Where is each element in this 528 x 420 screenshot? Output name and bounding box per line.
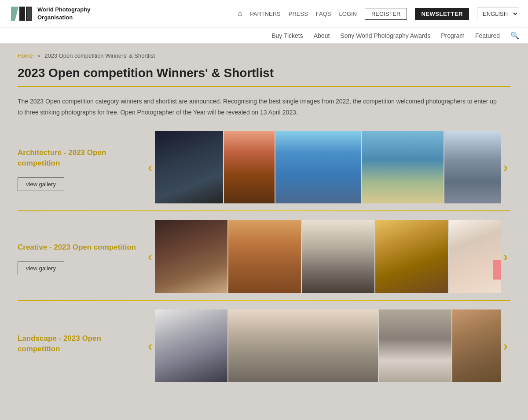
gallery-row-architecture: Architecture - 2023 Open competition vie… <box>18 131 510 203</box>
nav-program[interactable]: Program <box>441 32 465 39</box>
breadcrumb-separator: » <box>37 52 40 59</box>
top-nav-faqs[interactable]: FAQS <box>316 11 331 17</box>
secondary-nav: Buy Tickets About Sony World Photography… <box>0 27 528 43</box>
page-title: 2023 Open competition Winners' & Shortli… <box>18 66 510 87</box>
logo-icon <box>9 4 33 23</box>
logo-area[interactable]: World Photography Organisation <box>9 4 90 23</box>
page-description: The 2023 Open competition category winne… <box>18 96 502 118</box>
top-nav-login[interactable]: LOGIN <box>339 11 357 17</box>
top-nav: World Photography Organisation ⌂ PARTNER… <box>0 0 528 44</box>
gallery-images-architecture <box>155 131 501 203</box>
register-button[interactable]: REGISTER <box>365 8 407 20</box>
search-button[interactable]: 🔍 <box>510 31 519 40</box>
gallery-prev-architecture[interactable]: ‹ <box>145 160 155 175</box>
gallery-section-architecture: Architecture - 2023 Open competition vie… <box>18 131 510 203</box>
nav-sony-awards[interactable]: Sony World Photography Awards <box>340 32 430 39</box>
gallery-section-creative: Creative - 2023 Open competition view ga… <box>18 220 510 293</box>
gallery-title-landscape: Landscape - 2023 Open competition <box>18 333 136 354</box>
land-img-2 <box>228 309 378 382</box>
arch-img-3 <box>275 131 361 203</box>
newsletter-button[interactable]: NEWSLETTER <box>415 8 469 20</box>
breadcrumb: Home » 2023 Open competition Winners' & … <box>18 52 510 59</box>
top-nav-press[interactable]: PRESS <box>289 11 308 17</box>
divider-2 <box>18 300 510 301</box>
logo-text: World Photography Organisation <box>37 6 90 22</box>
gallery-row-creative: Creative - 2023 Open competition view ga… <box>18 220 510 293</box>
nav-buy-tickets[interactable]: Buy Tickets <box>271 32 303 39</box>
nav-featured[interactable]: Featured <box>475 32 500 39</box>
gallery-title-architecture: Architecture - 2023 Open competition <box>18 147 136 169</box>
view-gallery-architecture[interactable]: view gallery <box>18 177 64 191</box>
gallery-next-landscape[interactable]: › <box>501 339 510 354</box>
breadcrumb-home[interactable]: Home <box>18 52 33 59</box>
divider-1 <box>18 210 510 211</box>
view-gallery-creative[interactable]: view gallery <box>18 262 64 275</box>
cre-img-2 <box>228 220 301 293</box>
home-icon-link[interactable]: ⌂ <box>238 10 242 18</box>
land-img-3 <box>379 309 451 382</box>
cre-img-1 <box>155 220 227 293</box>
gallery-section-landscape: Landscape - 2023 Open competition ‹ › <box>18 309 510 382</box>
gallery-left-creative: Creative - 2023 Open competition view ga… <box>18 238 145 275</box>
language-select[interactable]: ENGLISH <box>477 7 519 20</box>
land-img-1 <box>155 309 227 382</box>
land-img-4 <box>452 309 501 382</box>
gallery-next-architecture[interactable]: › <box>501 160 510 175</box>
top-nav-links: ⌂ PARTNERS PRESS FAQS LOGIN REGISTER NEW… <box>238 7 519 20</box>
gallery-images-landscape <box>155 309 501 382</box>
arch-img-4 <box>362 131 444 203</box>
gallery-prev-creative[interactable]: ‹ <box>145 249 155 264</box>
cre-img-5 <box>449 220 501 293</box>
svg-rect-1 <box>19 7 25 21</box>
gallery-images-creative <box>155 220 501 293</box>
cre-img-4 <box>375 220 448 293</box>
gallery-title-creative: Creative - 2023 Open competition <box>18 242 136 253</box>
main-content: Home » 2023 Open competition Winners' & … <box>9 44 519 407</box>
breadcrumb-current: 2023 Open competition Winners' & Shortli… <box>44 52 155 59</box>
gallery-next-creative[interactable]: › <box>501 249 510 264</box>
gallery-prev-landscape[interactable]: ‹ <box>145 339 155 354</box>
gallery-left-landscape: Landscape - 2023 Open competition <box>18 329 145 363</box>
top-nav-partners[interactable]: PARTNERS <box>250 11 281 17</box>
arch-img-1 <box>155 131 223 203</box>
gallery-row-landscape: Landscape - 2023 Open competition ‹ › <box>18 309 510 382</box>
arch-img-5 <box>444 131 501 203</box>
cre-img-3 <box>302 220 374 293</box>
nav-about[interactable]: About <box>314 32 330 39</box>
svg-marker-0 <box>11 7 18 21</box>
svg-rect-3 <box>27 7 31 20</box>
gallery-left-architecture: Architecture - 2023 Open competition vie… <box>18 143 145 191</box>
arch-img-2 <box>224 131 275 203</box>
